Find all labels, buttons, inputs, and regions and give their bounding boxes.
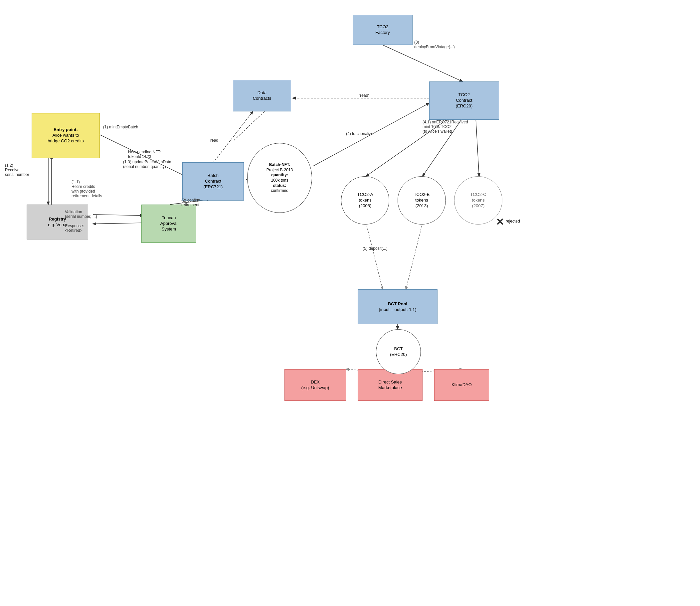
step4-1-label: (4.1) onERC721Received mint 100k TCO2 (t… <box>423 120 468 134</box>
data-contracts-box: Data Contracts <box>233 80 291 111</box>
response-label: Response: <Retired> <box>65 224 84 233</box>
step5-label: (5) deposit(...) <box>363 246 388 251</box>
batch-nft-circle: Batch-NFT: Project B-2013 quantity: 100k… <box>247 143 312 213</box>
read-label: read <box>210 138 218 143</box>
step3-label: (3) deployFromVintage(...) <box>414 40 455 49</box>
step1-2-label: (1.2) Receive serial number <box>5 163 29 177</box>
rejected-label: rejected <box>506 219 520 224</box>
svg-line-14 <box>213 111 253 163</box>
step1-1-label: (1.1) Retire credits with provided retir… <box>71 180 102 198</box>
tco2-contract-box: TCO2 Contract (ERC20) <box>429 81 499 120</box>
svg-line-16 <box>406 223 423 289</box>
step1-3-label: (1.3) updateBatchWithData (serial number… <box>123 160 171 169</box>
svg-line-12 <box>93 223 143 224</box>
tco2b-label: TCO2-B tokens (2013) <box>414 192 430 209</box>
tco2-factory-box: TCO2 Factory <box>353 15 412 45</box>
dex-box: DEX (e.g. Uniswap) <box>285 369 346 401</box>
svg-line-8 <box>476 118 479 176</box>
tco2b-circle: TCO2-B tokens (2013) <box>398 176 446 225</box>
klimadao-label: KlimaDAO <box>451 382 472 388</box>
bct-erc20-circle: BCT (ERC20) <box>376 329 421 374</box>
toucan-approval-box: Toucan Approval System <box>141 205 196 243</box>
klimadao-box: KlimaDAO <box>434 369 489 401</box>
svg-line-11 <box>93 214 143 215</box>
diagram-container: TCO2 Factory TCO2 Contract (ERC20) Data … <box>0 0 700 606</box>
bct-pool-box: BCT Pool (input = output, 1:1) <box>358 289 437 324</box>
svg-line-0 <box>383 45 462 81</box>
tco2-contract-label: TCO2 Contract (ERC20) <box>456 92 473 109</box>
bct-erc20-label: BCT (ERC20) <box>390 346 407 357</box>
step1-mint-label: (1) mintEmptyBatch <box>103 125 138 130</box>
batch-nft-label: Batch-NFT: Project B-2013 quantity: 100k… <box>267 162 293 193</box>
tco2c-circle: TCO2-C tokens (2007) <box>454 176 502 225</box>
batch-contract-box: Batch Contract (ERC721) <box>182 162 244 201</box>
direct-sales-label: Direct Sales Marketplace <box>378 379 402 391</box>
new-pending-label: New pending NFT: tokenId #123 <box>128 150 161 159</box>
direct-sales-box: Direct Sales Marketplace <box>358 369 423 401</box>
tco2-factory-label: TCO2 Factory <box>375 24 390 36</box>
toucan-approval-label: Toucan Approval System <box>160 215 177 232</box>
rejected-x: ✕ <box>496 216 504 228</box>
batch-contract-label: Batch Contract (ERC721) <box>204 173 223 190</box>
tco2c-label: TCO2-C tokens (2007) <box>470 192 486 209</box>
step4-label: (4) fractionalize <box>346 131 373 136</box>
tco2a-circle: TCO2-A tokens (2008) <box>341 176 389 225</box>
data-contracts-label: Data Contracts <box>253 90 271 101</box>
svg-line-15 <box>366 223 383 289</box>
step2-label: (2) confirm retirement <box>181 198 200 207</box>
arrows-svg <box>0 0 700 606</box>
bct-pool-label: BCT Pool (input = output, 1:1) <box>379 301 416 313</box>
dex-label: DEX (e.g. Uniswap) <box>301 379 330 391</box>
registry-label: Registry e.g. Verra <box>48 216 67 228</box>
svg-line-2 <box>233 111 265 141</box>
entry-point-box: Entry point: Alice wants to bridge CO2 c… <box>31 113 100 158</box>
entry-point-label: Entry point: Alice wants to bridge CO2 c… <box>48 127 84 144</box>
tco2a-label: TCO2-A tokens (2008) <box>357 192 373 209</box>
read2-label: 'read' <box>359 93 369 98</box>
validation-label: Validation (serial number, ...) <box>65 210 97 219</box>
